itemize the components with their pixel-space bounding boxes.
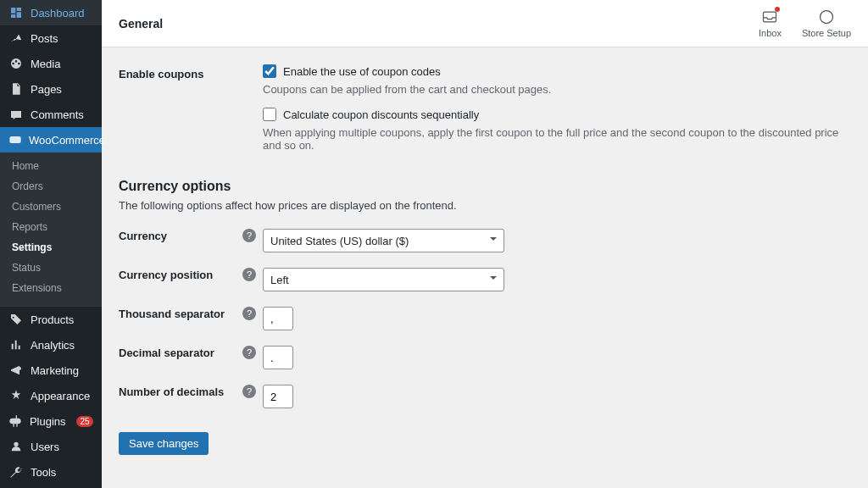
submenu-item-extensions[interactable]: Extensions [0, 278, 102, 298]
svg-point-3 [820, 11, 832, 24]
enable-coupon-codes-checkbox[interactable] [263, 64, 276, 78]
sidebar-item-label: Tools [31, 466, 56, 479]
sequential-discounts-option[interactable]: Calculate coupon discounts sequentially [263, 108, 851, 121]
sidebar-item-media[interactable]: Media [0, 51, 102, 76]
analytics-icon [8, 337, 24, 352]
sidebar-item-label: Comments [31, 108, 84, 121]
inbox-button[interactable]: Inbox [759, 8, 782, 38]
inbox-label: Inbox [759, 28, 782, 38]
sidebar-item-label: WooCommerce [29, 134, 105, 147]
help-icon[interactable]: ? [242, 385, 256, 398]
marketing-icon [8, 363, 24, 378]
sidebar-item-label: Dashboard [31, 7, 85, 19]
plugin-icon [8, 413, 23, 429]
submenu-item-settings[interactable]: Settings [0, 237, 102, 258]
sidebar-item-woocommerce[interactable]: WooCommerce [0, 127, 102, 152]
user-icon [8, 439, 24, 454]
sidebar-item-tools[interactable]: Tools [0, 459, 102, 485]
enable-coupon-codes-desc: Coupons can be applied from the cart and… [263, 83, 851, 96]
sequential-discounts-label: Calculate coupon discounts sequentially [283, 108, 479, 121]
inbox-icon [761, 8, 778, 25]
store-setup-label: Store Setup [802, 28, 851, 38]
enable-coupon-codes-label: Enable the use of coupon codes [283, 65, 441, 78]
sidebar-item-comments[interactable]: Comments [0, 102, 102, 127]
currency-label: Currency [119, 230, 242, 242]
currency-options-desc: The following options affect how prices … [119, 199, 851, 212]
currency-value: United States (US) dollar ($) [270, 235, 409, 247]
sidebar-item-label: Posts [31, 32, 58, 45]
sidebar-item-label: Users [31, 441, 59, 453]
sidebar-item-settings[interactable]: Settings [0, 485, 102, 488]
sidebar-item-label: Plugins [30, 415, 66, 428]
notification-dot [775, 7, 780, 12]
submenu-item-status[interactable]: Status [0, 258, 102, 278]
currency-options-heading: Currency options [119, 179, 851, 194]
currency-position-select[interactable]: Left [263, 268, 504, 291]
help-icon[interactable]: ? [242, 346, 256, 359]
comment-icon [8, 107, 24, 122]
submenu-item-customers[interactable]: Customers [0, 197, 102, 217]
sidebar-item-label: Products [31, 313, 74, 326]
decimal-separator-label: Decimal separator [119, 347, 242, 359]
woocommerce-submenu: Home Orders Customers Reports Settings S… [0, 152, 102, 307]
sidebar-item-label: Media [31, 58, 60, 70]
num-decimals-input[interactable] [263, 385, 293, 408]
sidebar-item-products[interactable]: Products [0, 307, 102, 332]
admin-sidebar: Dashboard Posts Media Pages Comments Woo… [0, 0, 102, 488]
sidebar-item-label: Appearance [31, 390, 90, 402]
page-icon [8, 81, 24, 97]
enable-coupons-label: Enable coupons [119, 64, 263, 80]
page-title: General [119, 17, 163, 30]
sidebar-item-analytics[interactable]: Analytics [0, 332, 102, 358]
sidebar-item-label: Pages [31, 83, 62, 96]
thousand-separator-input[interactable] [263, 307, 293, 330]
sidebar-item-label: Analytics [31, 339, 75, 352]
store-setup-button[interactable]: Store Setup [802, 8, 851, 38]
tools-icon [8, 464, 24, 480]
main-content: General Inbox Store Setup Enable coupo [102, 0, 868, 488]
decimal-separator-input[interactable] [263, 346, 293, 369]
enable-coupon-codes-option[interactable]: Enable the use of coupon codes [263, 64, 851, 78]
help-icon[interactable]: ? [242, 229, 256, 242]
currency-position-value: Left [270, 274, 289, 286]
num-decimals-label: Number of decimals [119, 385, 242, 398]
svg-rect-0 [9, 136, 20, 143]
appearance-icon [8, 388, 24, 403]
submenu-item-home[interactable]: Home [0, 156, 102, 176]
sidebar-item-pages[interactable]: Pages [0, 76, 102, 102]
pin-icon [8, 30, 24, 46]
sidebar-item-dashboard[interactable]: Dashboard [0, 0, 102, 25]
sidebar-item-appearance[interactable]: Appearance [0, 383, 102, 408]
product-icon [8, 312, 24, 327]
submenu-item-reports[interactable]: Reports [0, 217, 102, 237]
currency-position-label: Currency position [119, 269, 242, 281]
help-icon[interactable]: ? [242, 307, 256, 320]
submenu-item-orders[interactable]: Orders [0, 176, 102, 197]
sequential-discounts-desc: When applying multiple coupons, apply th… [263, 126, 851, 152]
sidebar-item-posts[interactable]: Posts [0, 25, 102, 51]
dashboard-icon [8, 5, 24, 20]
currency-select[interactable]: United States (US) dollar ($) [263, 229, 504, 252]
sidebar-item-plugins[interactable]: Plugins 25 [0, 408, 102, 434]
woo-icon [8, 132, 22, 147]
sidebar-item-marketing[interactable]: Marketing [0, 358, 102, 383]
setup-icon [818, 8, 835, 25]
plugins-badge: 25 [76, 416, 93, 427]
topbar: General Inbox Store Setup [102, 0, 868, 47]
svg-rect-2 [764, 12, 776, 22]
help-icon[interactable]: ? [242, 268, 256, 281]
media-icon [8, 56, 24, 71]
thousand-separator-label: Thousand separator [119, 308, 242, 320]
save-changes-button[interactable]: Save changes [119, 432, 209, 455]
sequential-discounts-checkbox[interactable] [263, 108, 276, 121]
sidebar-item-label: Marketing [31, 364, 79, 377]
sidebar-item-users[interactable]: Users [0, 434, 102, 459]
